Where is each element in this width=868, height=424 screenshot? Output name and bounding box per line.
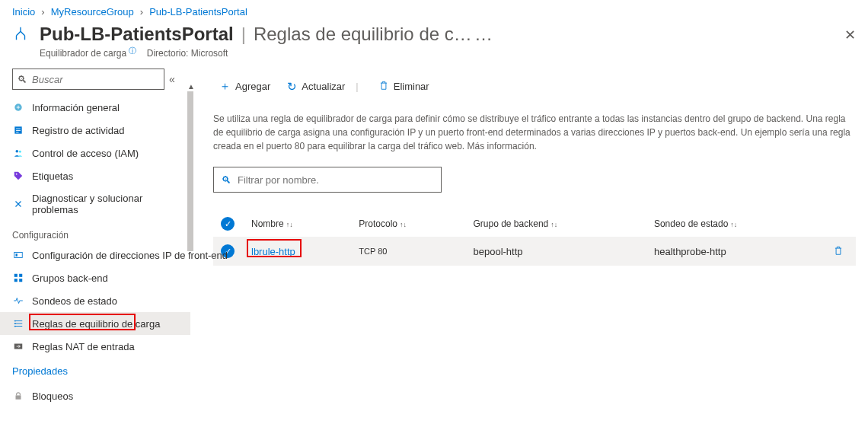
rule-backend: bepool-http [466, 237, 646, 266]
description-text: Se utiliza una regla de equilibrador de … [213, 112, 856, 167]
page-title: Pub-LB-PatientsPortal [40, 24, 234, 45]
sort-icon: ↑↓ [550, 221, 557, 228]
sidebar-item-label: Grupos back-end [32, 273, 108, 284]
svg-rect-12 [14, 279, 18, 282]
table-row[interactable]: ✓ lbrule-http TCP 80 bepool-http healthp… [213, 237, 856, 266]
close-button[interactable]: ✕ [844, 27, 856, 43]
loadbalancer-icon [12, 24, 34, 45]
breadcrumb: Inicio › MyResourceGroup › Pub-LB-Patien… [0, 0, 868, 24]
sidebar-item-diagnose[interactable]: Diagnosticar y solucionar problemas [0, 187, 190, 221]
breadcrumb-home[interactable]: Inicio [12, 6, 35, 18]
refresh-label: Actualizar [302, 81, 345, 92]
loadbalancer-icon [12, 101, 24, 113]
search-input-wrapper[interactable]: 🔍︎ [12, 69, 164, 90]
scrollbar-thumb[interactable] [187, 91, 193, 251]
sidebar-item-label: Control de acceso (IAM) [32, 148, 139, 159]
col-name[interactable]: Nombre↑↓ [244, 211, 351, 237]
rules-icon [12, 317, 24, 330]
svg-point-15 [14, 323, 16, 324]
svg-rect-13 [19, 279, 22, 282]
sidebar-section-config: Configuración [0, 221, 190, 244]
sidebar-item-label: Diagnosticar y solucionar problemas [32, 193, 178, 215]
sidebar-item-backend-pools[interactable]: Grupos back-end [0, 266, 190, 289]
sidebar-item-label: Configuración de direcciones IP de front… [32, 250, 228, 261]
sidebar-item-frontend-ip[interactable]: Configuración de direcciones IP de front… [0, 244, 190, 266]
sidebar-item-locks[interactable]: Bloqueos [0, 384, 190, 407]
svg-rect-10 [14, 274, 18, 277]
svg-rect-9 [16, 253, 18, 257]
svg-point-5 [16, 150, 19, 153]
toolbar: ＋ Agregar ↻ Actualizar | Eliminar [213, 76, 856, 112]
search-icon: 🔍︎ [18, 74, 27, 85]
ellipsis-icon: … [474, 24, 493, 45]
refresh-button[interactable]: ↻ Actualizar [281, 77, 351, 97]
filter-input-wrapper[interactable]: 🔍︎ [213, 167, 442, 193]
sidebar-item-overview[interactable]: Información general [0, 96, 190, 119]
main-content: ＋ Agregar ↻ Actualizar | Eliminar Se uti… [190, 69, 868, 420]
info-icon: ⓘ [129, 46, 136, 55]
col-probe[interactable]: Sondeo de estado↑↓ [646, 211, 825, 237]
svg-rect-8 [14, 253, 23, 258]
collapse-icon[interactable]: « [169, 73, 175, 85]
title-divider: | [241, 24, 246, 45]
tag-icon [12, 170, 24, 182]
svg-point-16 [14, 326, 16, 327]
activity-log-icon [12, 124, 24, 136]
svg-rect-11 [19, 274, 22, 277]
rules-table: ✓ Nombre↑↓ Protocolo↑↓ Grupo de backend↑… [213, 211, 856, 266]
sidebar-item-lb-rules[interactable]: Reglas de equilibrio de carga [0, 312, 190, 335]
delete-button[interactable]: Eliminar [372, 77, 436, 96]
svg-rect-18 [16, 395, 21, 399]
svg-point-6 [19, 151, 21, 153]
search-icon: 🔍︎ [222, 174, 231, 186]
sort-icon: ↑↓ [730, 221, 737, 228]
sidebar-item-activity[interactable]: Registro de actividad [0, 119, 190, 142]
sidebar-item-label: Reglas de equilibrio de carga [32, 318, 160, 330]
sort-icon: ↑↓ [286, 221, 293, 228]
people-icon [12, 147, 24, 159]
select-all-checkbox[interactable]: ✓ [221, 217, 235, 231]
breadcrumb-group[interactable]: MyResourceGroup [51, 6, 134, 18]
add-label: Agregar [235, 81, 270, 92]
heartbeat-icon [12, 295, 24, 307]
sidebar-item-label: Información general [32, 102, 120, 113]
sidebar-item-label: Etiquetas [32, 171, 73, 182]
backend-pool-icon [12, 272, 24, 284]
lock-icon [12, 390, 24, 402]
rule-name-link[interactable]: lbrule-http [251, 246, 295, 257]
delete-row-button[interactable] [833, 247, 844, 258]
frontend-ip-icon [12, 249, 24, 261]
delete-label: Eliminar [394, 81, 429, 92]
page-subtitle: Reglas de equilibrio de carga [254, 24, 474, 45]
wrench-icon [12, 198, 24, 210]
sidebar-item-label: Sondeos de estado [32, 295, 117, 307]
trash-icon [378, 80, 389, 93]
sidebar-item-iam[interactable]: Control de acceso (IAM) [0, 142, 190, 164]
sidebar: 🔍︎ « ▲ Información general Registro de a… [0, 69, 190, 420]
sidebar-item-nat-rules[interactable]: Reglas NAT de entrada [0, 335, 190, 358]
svg-rect-2 [16, 129, 21, 129]
svg-point-14 [14, 320, 16, 322]
refresh-icon: ↻ [287, 80, 297, 94]
chevron-right-icon: › [140, 6, 143, 18]
plus-icon: ＋ [219, 79, 231, 94]
chevron-right-icon: › [41, 6, 44, 18]
col-protocol[interactable]: Protocolo↑↓ [351, 211, 465, 237]
filter-input[interactable] [238, 174, 433, 186]
breadcrumb-resource[interactable]: Pub-LB-PatientsPortal [149, 6, 247, 18]
svg-rect-4 [16, 132, 19, 132]
sidebar-item-label: Reglas NAT de entrada [32, 341, 135, 352]
nat-icon [12, 340, 24, 352]
col-backend[interactable]: Grupo de backend↑↓ [466, 211, 646, 237]
sidebar-item-label: Registro de actividad [32, 125, 124, 136]
sidebar-item-tags[interactable]: Etiquetas [0, 164, 190, 187]
scroll-up-icon[interactable]: ▲ [187, 82, 195, 91]
toolbar-separator: | [356, 81, 358, 92]
sidebar-item-health-probes[interactable]: Sondeos de estado [0, 289, 190, 312]
sidebar-item-label: Bloqueos [32, 391, 73, 402]
svg-rect-3 [16, 130, 21, 131]
add-button[interactable]: ＋ Agregar [213, 76, 276, 97]
sidebar-section-properties[interactable]: Propiedades [0, 358, 190, 384]
search-input[interactable] [32, 74, 159, 85]
svg-point-7 [16, 174, 18, 175]
